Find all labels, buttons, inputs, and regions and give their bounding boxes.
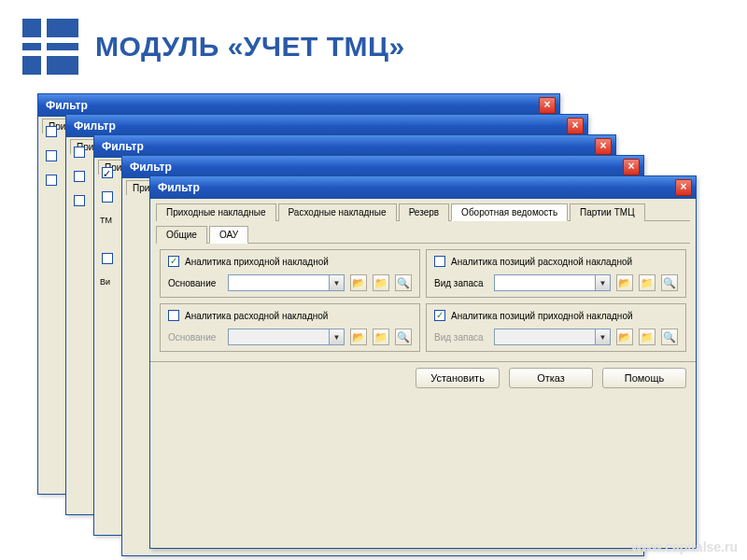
logo-icon: [22, 19, 78, 75]
basis-select[interactable]: ▼: [228, 274, 345, 291]
tab-outcome[interactable]: Расходные накладные: [278, 203, 397, 221]
stocktype-label: Вид запаса: [434, 278, 488, 288]
stocktype-label-disabled: Вид запаса: [434, 332, 488, 343]
checkbox-hint[interactable]: [74, 147, 85, 158]
close-icon[interactable]: ×: [567, 118, 584, 134]
chevron-down-icon: ▼: [329, 329, 344, 344]
tabs-sub: Общие ОАУ: [150, 221, 696, 243]
tab-turnover[interactable]: Оборотная ведомость: [451, 203, 568, 221]
window-title: Фильтр: [46, 99, 88, 112]
tab-reserve[interactable]: Резерв: [399, 203, 449, 221]
folder-open-icon[interactable]: 📂: [350, 274, 367, 291]
group-income-analytics: ✓ Аналитика приходной накладной Основани…: [160, 249, 420, 298]
folder-icon: 📁: [373, 329, 389, 345]
checkbox-hint[interactable]: [74, 195, 85, 206]
filter-window-front: Фильтр × Приходные накладные Расходные н…: [149, 175, 697, 549]
sidebar-hint: ✓ ТМ Ви: [98, 161, 119, 531]
cancel-button[interactable]: Отказ: [509, 368, 593, 388]
stocktype-select-disabled: ▼: [494, 329, 611, 345]
folder-icon[interactable]: 📁: [373, 274, 389, 291]
checkbox-hint[interactable]: [74, 171, 85, 182]
outpos-analytics-checkbox[interactable]: [434, 256, 445, 267]
group-outpos-analytics: Аналитика позиций расходной накладной Ви…: [426, 249, 686, 298]
chevron-down-icon: ▼: [595, 329, 610, 344]
subtab-general[interactable]: Общие: [156, 226, 207, 244]
basis-select-disabled: ▼: [228, 329, 345, 345]
basis-label: Основание: [168, 278, 222, 288]
outcome-analytics-checkbox[interactable]: [168, 310, 179, 321]
chevron-down-icon[interactable]: ▼: [329, 275, 344, 290]
checkbox-hint[interactable]: [46, 175, 57, 186]
help-button[interactable]: Помощь: [602, 368, 686, 388]
subtab-oau[interactable]: ОАУ: [209, 226, 248, 244]
folder-icon[interactable]: 📁: [639, 274, 655, 291]
page-header: МОДУЛЬ «УЧЕТ ТМЦ»: [0, 0, 747, 84]
search-icon: 🔍: [395, 329, 412, 345]
folder-open-icon: 📂: [350, 329, 367, 345]
stocktype-select[interactable]: ▼: [494, 274, 611, 291]
inpos-analytics-checkbox[interactable]: ✓: [434, 310, 445, 321]
tabs-top: Приходные накладные Расходные накладные …: [150, 199, 696, 220]
window-title: Фильтр: [158, 181, 200, 194]
button-bar: Установить Отказ Помощь: [150, 361, 696, 394]
inpos-analytics-label: Аналитика позиций приходной накладной: [451, 311, 633, 321]
basis-label-disabled: Основание: [168, 332, 222, 343]
close-icon[interactable]: ×: [623, 159, 640, 175]
close-icon[interactable]: ×: [675, 179, 692, 196]
search-icon[interactable]: 🔍: [395, 274, 412, 291]
search-icon[interactable]: 🔍: [661, 274, 678, 291]
tab-income[interactable]: Приходные накладные: [156, 203, 276, 221]
group-inpos-analytics: ✓ Аналитика позиций приходной накладной …: [426, 303, 686, 352]
sidebar-hint: [70, 141, 91, 511]
sidebar-hint: [42, 120, 63, 490]
field-hint: ТМ: [100, 216, 119, 225]
outcome-analytics-label: Аналитика расходной накладной: [185, 311, 328, 321]
window-title: Фильтр: [102, 140, 144, 153]
window-title: Фильтр: [74, 119, 116, 133]
window-stack: Фильтр × При Фильтр × При Фильтр × При ✓: [37, 93, 710, 541]
titlebar[interactable]: Фильтр ×: [150, 176, 696, 199]
watermark: www.capitalse.ru: [631, 539, 738, 554]
folder-open-icon: 📂: [616, 329, 633, 345]
window-title: Фильтр: [130, 161, 172, 174]
group-outcome-analytics: Аналитика расходной накладной Основание …: [160, 303, 420, 352]
income-analytics-label: Аналитика приходной накладной: [185, 257, 329, 267]
chevron-down-icon[interactable]: ▼: [595, 275, 610, 290]
close-icon[interactable]: ×: [595, 138, 612, 155]
checkbox-hint[interactable]: [102, 253, 113, 264]
apply-button[interactable]: Установить: [416, 368, 500, 388]
close-icon[interactable]: ×: [539, 97, 556, 114]
field-hint: Ви: [100, 277, 119, 287]
search-icon: 🔍: [661, 329, 678, 345]
checkbox-hint[interactable]: [46, 150, 57, 161]
income-analytics-checkbox[interactable]: ✓: [168, 256, 179, 267]
outpos-analytics-label: Аналитика позиций расходной накладной: [451, 257, 632, 267]
page-title: МОДУЛЬ «УЧЕТ ТМЦ»: [95, 31, 405, 63]
checkbox-hint[interactable]: [46, 126, 57, 137]
checkbox-hint[interactable]: [102, 191, 113, 203]
folder-open-icon[interactable]: 📂: [616, 274, 633, 291]
checkbox-hint[interactable]: ✓: [102, 167, 113, 178]
folder-icon: 📁: [639, 329, 655, 345]
tab-lots[interactable]: Партии ТМЦ: [570, 203, 644, 221]
panel: ✓ Аналитика приходной накладной Основани…: [156, 245, 690, 356]
